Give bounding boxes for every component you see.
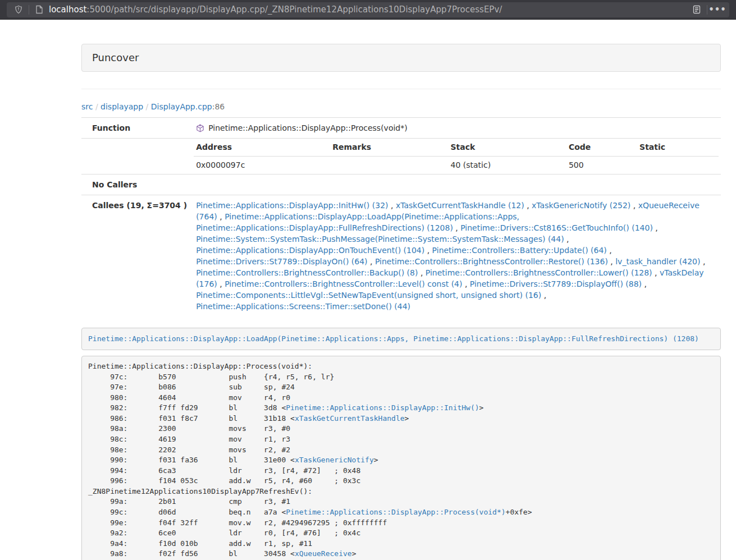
disassembly-text: 986: f031 f8c7 bl 31b18 <: [88, 414, 295, 423]
disassembly-line: 9a4: f10d 010b add.w r1, sp, #11: [88, 539, 714, 549]
urlbar-separator-2: [707, 5, 707, 15]
static-value: [637, 157, 719, 175]
disassembly-line: 99c: d06d beq.n a7a <Pinetime::Applicati…: [88, 507, 714, 518]
disassembly-text: 994: 6ca3 ldr r3, [r4, #72] ; 0x48: [88, 466, 360, 475]
disassembly-text: Pinetime::Applications::DisplayApp::Proc…: [88, 362, 312, 370]
col-remarks: Remarks: [330, 139, 448, 157]
no-callers-row: No Callers: [81, 175, 721, 195]
page-title: Puncover: [81, 44, 721, 72]
callee-link[interactable]: xTaskGetCurrentTaskHandle (12): [396, 201, 524, 210]
function-label: Function: [81, 118, 191, 139]
callee-link[interactable]: Pinetime::Drivers::St7789::DisplayOn() (…: [196, 257, 367, 266]
callee-separator: ,: [564, 235, 569, 244]
urlbar-separator: [29, 5, 29, 15]
disassembly-line: 98a: 2300 movs r3, #0: [88, 424, 714, 434]
disassembly-symbol-link[interactable]: Pinetime::Applications::DisplayApp::Proc…: [286, 508, 505, 516]
callee-link[interactable]: Pinetime::Drivers::St7789::DisplayOff() …: [470, 279, 642, 288]
breadcrumb-separator: /: [93, 102, 100, 111]
callees-row: Callees (19, Σ=3704 ) Pinetime::Applicat…: [81, 195, 721, 317]
disassembly-text: 99c: d06d beq.n a7a <: [88, 508, 286, 516]
col-stack: Stack: [449, 139, 566, 157]
page-icon[interactable]: [33, 3, 45, 16]
disassembly-text: 99e: f04f 32ff mov.w r2, #4294967295 ; 0…: [88, 518, 387, 527]
breadcrumb-link[interactable]: DisplayApp.cpp: [151, 102, 212, 111]
callee-separator: ,: [541, 291, 546, 300]
callee-link[interactable]: Pinetime::Controllers::Battery::Update()…: [432, 246, 607, 255]
disassembly-text: 97e: b086 sub sp, #24: [88, 383, 295, 391]
disassembly-line: 9a8: f02f fd56 bl 30458 <xQueueReceive>: [88, 549, 714, 559]
callee-separator: ,: [462, 279, 469, 288]
disassembly-text: 9a8: f02f fd56 bl 30458 <: [88, 549, 295, 558]
disassembly-text: 98e: 2202 movs r2, #2: [88, 446, 290, 454]
function-name: Pinetime::Applications::DisplayApp::Proc…: [208, 122, 408, 134]
callee-separator: ,: [700, 257, 705, 266]
breadcrumb-link[interactable]: displayapp: [100, 102, 143, 111]
disassembly-line: 986: f031 f8c7 bl 31b18 <xTaskGetCurrent…: [88, 414, 714, 424]
disassembly-text: 996: f104 053c add.w r5, r4, #60 ; 0x3c: [88, 476, 360, 485]
menu-dots-icon[interactable]: •••: [711, 3, 724, 16]
disassembly-line: 97e: b086 sub sp, #24: [88, 382, 714, 393]
disassembly-line: 97c: b570 push {r4, r5, r6, lr}: [88, 372, 714, 383]
disassembly-text: 990: f031 fa36 bl 31e00 <: [88, 456, 295, 464]
callees-list: Pinetime::Applications::DisplayApp::Init…: [191, 195, 721, 317]
disassembly-line: _ZN8Pinetime12Applications10DisplayApp7R…: [88, 486, 714, 497]
callee-link[interactable]: Pinetime::Applications::Screens::Timer::…: [196, 302, 410, 311]
disassembly-line: 996: f104 053c add.w r5, r4, #60 ; 0x3c: [88, 476, 714, 486]
browser-toolbar: localhost:5000/path/src/displayapp/Displ…: [0, 0, 736, 20]
callee-separator: ,: [388, 201, 396, 210]
remarks-value: [330, 157, 448, 175]
callee-link[interactable]: Pinetime::Drivers::Cst816S::GetTouchInfo…: [460, 223, 653, 232]
col-code: Code: [566, 139, 637, 157]
disassembly-text: 98c: 4619 mov r1, r3: [88, 435, 290, 443]
breadcrumb-line-number: :86: [212, 102, 225, 111]
breadcrumb-link[interactable]: src: [81, 102, 93, 111]
no-callers-label: No Callers: [81, 175, 191, 195]
disassembly-line: 990: f031 fa36 bl 31e00 <xTaskGenericNot…: [88, 455, 714, 466]
disassembly-line: 9a2: 6ce0 ldr r0, [r4, #76] ; 0x4c: [88, 528, 714, 539]
disassembly-symbol-link[interactable]: Pinetime::Applications::DisplayApp::Init…: [286, 403, 479, 412]
callee-link[interactable]: lv_task_handler (420): [615, 257, 700, 266]
url-text[interactable]: localhost:5000/path/src/displayapp/Displ…: [49, 4, 691, 15]
disassembly-line: 98c: 4619 mov r1, r3: [88, 434, 714, 445]
address-value: 0x0000097c: [194, 157, 330, 175]
disassembly-line: 994: 6ca3 ldr r3, [r4, #72] ; 0x48: [88, 466, 714, 476]
disassembly-text: 99a: 2b01 cmp r3, #1: [88, 497, 290, 506]
disassembly-symbol-link[interactable]: xTaskGetCurrentTaskHandle: [295, 414, 405, 423]
callees-label: Callees (19, Σ=3704 ): [81, 195, 191, 317]
callee-link[interactable]: Pinetime::System::SystemTask::PushMessag…: [196, 235, 564, 244]
callee-separator: ,: [453, 223, 460, 232]
disassembly-text: >: [352, 549, 356, 558]
disassembly-text: 98a: 2300 movs r3, #0: [88, 424, 290, 433]
reader-mode-icon[interactable]: [691, 3, 703, 16]
shield-icon[interactable]: [12, 3, 25, 16]
disassembly-text: >: [374, 456, 378, 464]
disassembly-line: 980: 4604 mov r4, r0: [88, 393, 714, 403]
callee-link[interactable]: Pinetime::Controllers::BrightnessControl…: [196, 268, 418, 277]
callee-separator: ,: [368, 257, 375, 266]
disassembly-symbol-link[interactable]: xQueueReceive: [295, 549, 352, 558]
callee-separator: ,: [652, 268, 660, 277]
disassembly-text: 980: 4604 mov r4, r0: [88, 393, 290, 402]
callee-separator: ,: [642, 279, 647, 288]
callee-link[interactable]: Pinetime::Applications::DisplayApp::Init…: [196, 201, 388, 210]
selected-symbol-link[interactable]: Pinetime::Applications::DisplayApp::Load…: [88, 334, 699, 343]
disassembly-symbol-link[interactable]: xTaskGenericNotify: [295, 456, 374, 464]
callee-link[interactable]: Pinetime::Applications::DisplayApp::OnTo…: [196, 246, 424, 255]
col-static: Static: [637, 139, 719, 157]
callee-link[interactable]: Pinetime::Controllers::BrightnessControl…: [375, 257, 608, 266]
disassembly-text: >: [479, 403, 484, 412]
package-cube-icon: [196, 124, 204, 132]
callee-link[interactable]: xTaskGenericNotify (252): [532, 201, 630, 210]
disassembly-line: 99e: f04f 32ff mov.w r2, #4294967295 ; 0…: [88, 518, 714, 529]
breadcrumb-separator: /: [143, 102, 151, 111]
disassembly-text: >: [405, 414, 409, 423]
function-table: Function Pinetime::Applications::Display…: [81, 117, 721, 316]
url-host: localhost: [49, 4, 86, 15]
callee-separator: ,: [608, 257, 615, 266]
disassembly-line: 98e: 2202 movs r2, #2: [88, 445, 714, 456]
url-bar[interactable]: localhost:5000/path/src/displayapp/Displ…: [7, 2, 729, 17]
callee-link[interactable]: Pinetime::Components::LittleVgl::SetNewT…: [196, 291, 541, 300]
callee-link[interactable]: Pinetime::Controllers::BrightnessControl…: [426, 268, 652, 277]
callee-link[interactable]: Pinetime::Controllers::BrightnessControl…: [225, 279, 462, 288]
disassembly-block: Pinetime::Applications::DisplayApp::Proc…: [81, 356, 721, 560]
